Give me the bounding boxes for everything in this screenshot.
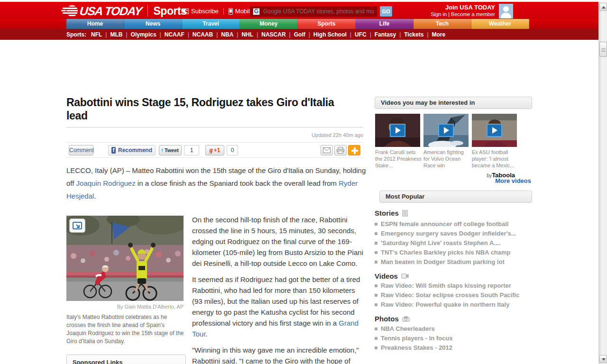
nav-tab-sports[interactable]: Sports — [298, 19, 356, 29]
signin-label[interactable]: Sign in | Become a member — [410, 11, 495, 18]
subnav-item-nhl[interactable]: NHL — [241, 31, 253, 38]
subnav-item-nba[interactable]: NBA — [221, 31, 233, 38]
subnav-item-fantasy[interactable]: Fantasy — [375, 31, 396, 38]
divider: | — [399, 31, 401, 38]
scrollbar-thumb[interactable] — [599, 42, 607, 57]
tweet-button[interactable]: Tweet — [159, 145, 182, 155]
story-link[interactable]: TNT's Charles Barkley picks his NBA cham… — [375, 249, 533, 256]
subnav-item-golf[interactable]: Golf — [294, 31, 305, 38]
scroll-up-button[interactable] — [599, 3, 607, 11]
speed-line — [63, 8, 67, 9]
subnav-item-more[interactable]: More — [432, 31, 446, 38]
newspaper-icon — [182, 9, 189, 14]
search-box[interactable]: G — [250, 6, 377, 17]
printer-icon — [337, 147, 344, 154]
facebook-recommend-button[interactable]: f Recommend — [108, 145, 156, 155]
expand-icon — [73, 222, 82, 229]
play-button-icon — [487, 124, 502, 137]
divider — [66, 127, 363, 127]
subnav-item-olympics[interactable]: Olympics — [131, 31, 156, 38]
bullet-icon — [375, 232, 377, 235]
divider: | — [105, 31, 107, 38]
divider: | — [257, 31, 258, 38]
nav-tab-home[interactable]: Home — [66, 19, 124, 29]
video-link[interactable]: Raw Video: Powerful quake in northern It… — [375, 301, 533, 308]
video-link[interactable]: Raw Video: Solar eclipse crosses South P… — [375, 291, 533, 299]
divider: | — [309, 31, 310, 38]
facebook-icon: f — [111, 147, 116, 154]
avatar-body — [501, 13, 511, 18]
photo-credit: By Gian Mattia D'Alberto, AP — [66, 304, 184, 309]
more-videos-link[interactable]: More videos — [427, 177, 531, 184]
divider: | — [188, 31, 189, 38]
grip-line — [601, 50, 606, 50]
scroll-down-button[interactable] — [599, 355, 607, 363]
search-input[interactable] — [263, 8, 374, 15]
nav-tab-money[interactable]: Money — [240, 19, 298, 29]
search-go-button[interactable]: GO — [380, 6, 392, 17]
browser-scrollbar[interactable] — [598, 2, 607, 364]
nav-tab-news[interactable]: News — [124, 19, 182, 29]
divider — [147, 5, 148, 17]
masthead-links: Subscribe Mobile — [182, 8, 253, 15]
avatar-icon[interactable] — [499, 4, 513, 18]
usa-today-globe-icon — [66, 5, 78, 17]
story-link[interactable]: ESPN female announcer off college footba… — [375, 220, 533, 228]
subnav-item-nascar[interactable]: NASCAR — [261, 31, 285, 38]
comment-button[interactable]: Comment — [69, 145, 93, 155]
subscribe-link[interactable]: Subscribe — [182, 8, 219, 15]
video-thumbnail-3[interactable] — [472, 114, 517, 147]
photo-link[interactable]: Tennis players - In focus — [375, 335, 533, 342]
usa-today-logo[interactable]: USA TODAY Sports — [66, 4, 186, 18]
subnav-item-ncaab[interactable]: NCAAB — [193, 31, 213, 38]
google-g-icon: g — [210, 146, 213, 154]
subnav-item-highschool[interactable]: High School — [313, 31, 347, 38]
article-headline: Rabottini wins Stage 15, Rodriguez takes… — [66, 96, 351, 122]
envelope-icon — [323, 147, 331, 153]
email-button[interactable] — [321, 145, 333, 155]
article-paragraph-2: On the second hill-top finish of the rac… — [192, 214, 366, 269]
bullet-icon — [375, 261, 377, 264]
video-thumbnail-1[interactable] — [375, 114, 420, 147]
camera-icon — [402, 316, 410, 322]
play-button-icon — [438, 124, 454, 137]
link-joaquin-rodriguez[interactable]: Joaquin Rodriguez — [76, 179, 136, 187]
story-link[interactable]: Emergency surgery saves Dodger infielder… — [375, 230, 533, 237]
photo-link[interactable]: NBA Cheerleaders — [375, 325, 533, 332]
stories-heading: Stories — [375, 209, 408, 217]
subnav-item-tickets[interactable]: Tickets — [404, 31, 423, 38]
expand-photo-button[interactable] — [69, 218, 85, 233]
bullet-icon — [375, 223, 377, 226]
article-paragraph-lead: LECCO, Italy (AP) – Matteo Rabottini won… — [66, 164, 366, 202]
video-title[interactable]: Frank Carulli sets the 2012 Preakness St… — [375, 149, 422, 169]
logo-text: USA TODAY — [79, 4, 142, 18]
subnav-caption: Sports: — [66, 31, 86, 38]
account-links[interactable]: Join USA TODAY Sign in | Become a member — [410, 4, 495, 18]
join-label[interactable]: Join USA TODAY — [410, 4, 495, 11]
photo-link[interactable]: Preakness Stakes - 2012 — [375, 344, 533, 351]
share-button[interactable] — [348, 145, 360, 155]
video-title[interactable]: American fighting for Volvo Ocean Race w… — [423, 149, 470, 169]
divider — [223, 8, 224, 15]
sponsored-links-header: Sponsored Links — [67, 355, 185, 364]
story-link[interactable]: Man beaten in Dodger Stadium parking lot — [375, 258, 533, 265]
grip-line — [601, 51, 606, 52]
print-button[interactable] — [334, 145, 347, 155]
story-link[interactable]: 'Saturday Night Live' roasts Stephen A..… — [375, 239, 533, 246]
subnav-item-ncaaf[interactable]: NCAAF — [165, 31, 184, 38]
nav-tab-tech[interactable]: Tech — [414, 19, 471, 29]
video-thumbnail-2[interactable] — [423, 114, 469, 147]
nav-tab-travel[interactable]: Travel — [182, 19, 240, 29]
nav-tab-weather[interactable]: Weather — [471, 19, 529, 29]
grip-line — [601, 48, 606, 49]
video-link[interactable]: Raw Video: Will Smith slaps kissing repo… — [375, 282, 533, 289]
sports-subnav: Sports: NFL| MLB| Olympics| NCAAF| NCAAB… — [0, 29, 598, 40]
subnav-item-nfl[interactable]: NFL — [91, 31, 102, 38]
subnav-item-ufc[interactable]: UFC — [355, 31, 367, 38]
video-title[interactable]: Ex ASU football player: 'I almost became… — [472, 149, 518, 169]
divider: | — [427, 31, 428, 38]
google-plusone-button[interactable]: g +1 — [205, 145, 224, 155]
nav-tab-life[interactable]: Life — [356, 19, 414, 29]
subnav-item-mlb[interactable]: MLB — [110, 31, 122, 38]
article-paragraph-4: "Winning in this way gave me an incredib… — [192, 345, 366, 364]
